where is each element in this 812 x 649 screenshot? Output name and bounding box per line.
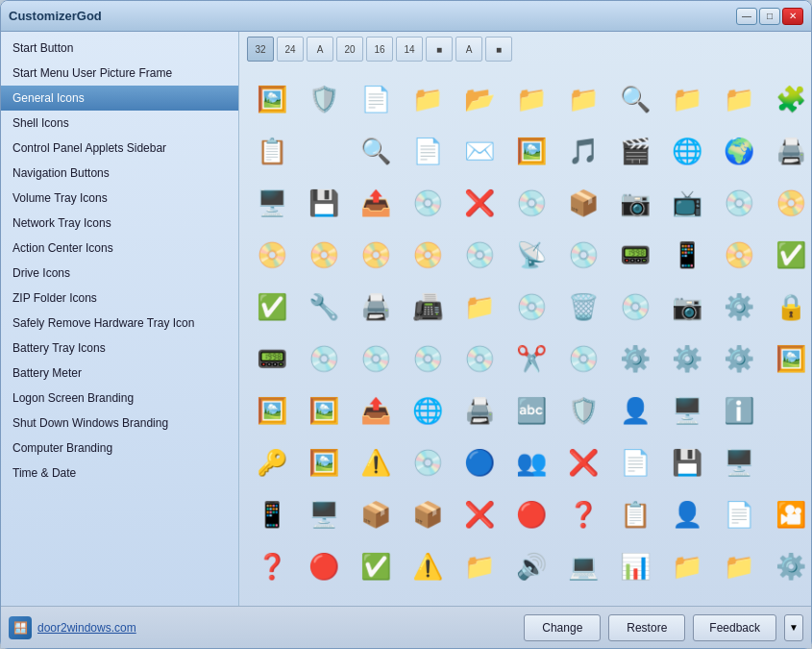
icon-cell-61[interactable]: 💿 — [558, 334, 608, 384]
icon-cell-73[interactable]: 👤 — [610, 386, 660, 436]
icon-cell-105[interactable]: 💻 — [558, 541, 608, 591]
icon-cell-2[interactable]: 📄 — [351, 74, 401, 124]
size-btn-7[interactable]: A — [455, 37, 482, 62]
arrow-button[interactable]: ▼ — [784, 614, 803, 641]
icon-cell-30[interactable]: 📺 — [662, 178, 712, 228]
icon-cell-54[interactable]: 🔒 — [766, 282, 811, 332]
icon-cell-70[interactable]: 🖨️ — [455, 386, 504, 436]
icon-cell-33[interactable]: 📀 — [247, 230, 297, 280]
size-btn-5[interactable]: 14 — [396, 37, 423, 62]
icon-cell-6[interactable]: 📁 — [558, 74, 608, 124]
icon-cell-22[interactable]: 🖥️ — [247, 178, 297, 228]
size-btn-3[interactable]: 20 — [336, 37, 363, 62]
icon-cell-66[interactable]: 🖼️ — [247, 386, 297, 436]
icon-cell-8[interactable]: 📁 — [662, 74, 712, 124]
icons-scroll-area[interactable]: 🖼️🛡️📄📁📂📁📁🔍📁📁🧩📋🔍📄✉️🖼️🎵🎬🌐🌍🖨️🖥️💾📤💿❌💿📦📷📺💿📀📀📀… — [239, 66, 811, 606]
restore-button[interactable]: Restore — [608, 614, 685, 641]
icon-cell-79[interactable]: ⚠️ — [351, 437, 401, 487]
icon-cell-92[interactable]: ❌ — [455, 489, 504, 539]
icon-cell-36[interactable]: 📀 — [403, 230, 453, 280]
icon-cell-106[interactable]: 📊 — [610, 541, 660, 591]
icon-cell-109[interactable]: ⚙️ — [766, 541, 811, 591]
icon-cell-107[interactable]: 📁 — [662, 541, 712, 591]
icon-cell-29[interactable]: 📷 — [610, 178, 660, 228]
icon-cell-100[interactable]: 🔴 — [299, 541, 349, 591]
icon-cell-16[interactable]: 🖼️ — [506, 126, 556, 176]
size-btn-1[interactable]: 24 — [277, 37, 304, 62]
size-btn-4[interactable]: 16 — [366, 37, 393, 62]
icon-cell-93[interactable]: 🔴 — [506, 489, 556, 539]
sidebar-item-battery-meter[interactable]: Battery Meter — [1, 361, 238, 386]
icon-cell-71[interactable]: 🔤 — [506, 386, 556, 436]
sidebar-item-volume-tray[interactable]: Volume Tray Icons — [1, 186, 238, 211]
sidebar-item-action-center[interactable]: Action Center Icons — [1, 236, 238, 261]
icon-cell-87[interactable] — [766, 437, 811, 487]
minimize-button[interactable]: — — [736, 8, 757, 25]
icon-cell-48[interactable]: 📁 — [455, 282, 504, 332]
icon-cell-55[interactable]: 📟 — [247, 334, 297, 384]
icon-cell-47[interactable]: 📠 — [403, 282, 453, 332]
icon-cell-52[interactable]: 📷 — [662, 282, 712, 332]
icon-cell-76[interactable] — [766, 386, 811, 436]
sidebar-item-start-menu-user-picture[interactable]: Start Menu User Picture Frame — [1, 61, 238, 86]
icon-cell-46[interactable]: 🖨️ — [351, 282, 401, 332]
icon-cell-86[interactable]: 🖥️ — [714, 437, 764, 487]
icon-cell-31[interactable]: 💿 — [714, 178, 764, 228]
change-button[interactable]: Change — [524, 614, 601, 641]
icon-cell-74[interactable]: 🖥️ — [662, 386, 712, 436]
icon-cell-40[interactable]: 📟 — [610, 230, 660, 280]
icon-cell-88[interactable]: 📱 — [247, 489, 297, 539]
icon-cell-94[interactable]: ❓ — [558, 489, 608, 539]
icon-cell-32[interactable]: 📀 — [766, 178, 811, 228]
icon-cell-85[interactable]: 💾 — [662, 437, 712, 487]
icon-cell-84[interactable]: 📄 — [610, 437, 660, 487]
icon-cell-34[interactable]: 📀 — [299, 230, 349, 280]
icon-cell-78[interactable]: 🖼️ — [299, 437, 349, 487]
sidebar-item-shutdown-branding[interactable]: Shut Down Windows Branding — [1, 411, 238, 436]
icon-cell-13[interactable]: 🔍 — [351, 126, 401, 176]
icon-cell-96[interactable]: 👤 — [662, 489, 712, 539]
icon-cell-17[interactable]: 🎵 — [558, 126, 608, 176]
icon-cell-51[interactable]: 💿 — [610, 282, 660, 332]
icon-cell-82[interactable]: 👥 — [506, 437, 556, 487]
icon-cell-59[interactable]: 💿 — [455, 334, 504, 384]
icon-cell-50[interactable]: 🗑️ — [558, 282, 608, 332]
icon-cell-80[interactable]: 💿 — [403, 437, 453, 487]
icon-cell-102[interactable]: ⚠️ — [403, 541, 453, 591]
icon-cell-44[interactable]: ✅ — [247, 282, 297, 332]
size-btn-2[interactable]: A — [307, 37, 333, 62]
icon-cell-53[interactable]: ⚙️ — [714, 282, 764, 332]
icon-cell-18[interactable]: 🎬 — [610, 126, 660, 176]
icon-cell-89[interactable]: 🖥️ — [299, 489, 349, 539]
icon-cell-91[interactable]: 📦 — [403, 489, 453, 539]
icon-cell-108[interactable]: 📁 — [714, 541, 764, 591]
icon-cell-98[interactable]: 🎦 — [766, 489, 811, 539]
icon-cell-21[interactable]: 🖨️ — [766, 126, 811, 176]
feedback-button[interactable]: Feedback — [693, 614, 776, 641]
icon-cell-11[interactable]: 📋 — [247, 126, 297, 176]
icon-cell-38[interactable]: 📡 — [506, 230, 556, 280]
sidebar-item-computer-branding[interactable]: Computer Branding — [1, 436, 238, 461]
icon-cell-68[interactable]: 📤 — [351, 386, 401, 436]
icon-cell-83[interactable]: ❌ — [558, 437, 608, 487]
icon-cell-10[interactable]: 🧩 — [766, 74, 811, 124]
sidebar-item-battery-tray[interactable]: Battery Tray Icons — [1, 336, 238, 361]
icon-cell-56[interactable]: 💿 — [299, 334, 349, 384]
icon-cell-58[interactable]: 💿 — [403, 334, 453, 384]
icon-cell-67[interactable]: 🖼️ — [299, 386, 349, 436]
icon-cell-69[interactable]: 🌐 — [403, 386, 453, 436]
icon-cell-26[interactable]: ❌ — [455, 178, 504, 228]
sidebar-item-drive-icons[interactable]: Drive Icons — [1, 261, 238, 286]
icon-cell-3[interactable]: 📁 — [403, 74, 453, 124]
icon-cell-27[interactable]: 💿 — [506, 178, 556, 228]
icon-cell-64[interactable]: ⚙️ — [714, 334, 764, 384]
icon-cell-45[interactable]: 🔧 — [299, 282, 349, 332]
sidebar-item-start-button[interactable]: Start Button — [1, 36, 238, 61]
icon-cell-77[interactable]: 🔑 — [247, 437, 297, 487]
size-btn-6[interactable]: ■ — [426, 37, 453, 62]
icon-cell-90[interactable]: 📦 — [351, 489, 401, 539]
sidebar-item-logon-branding[interactable]: Logon Screen Branding — [1, 386, 238, 411]
logo-link[interactable]: door2windows.com — [37, 621, 136, 635]
icon-cell-101[interactable]: ✅ — [351, 541, 401, 591]
icon-cell-14[interactable]: 📄 — [403, 126, 453, 176]
